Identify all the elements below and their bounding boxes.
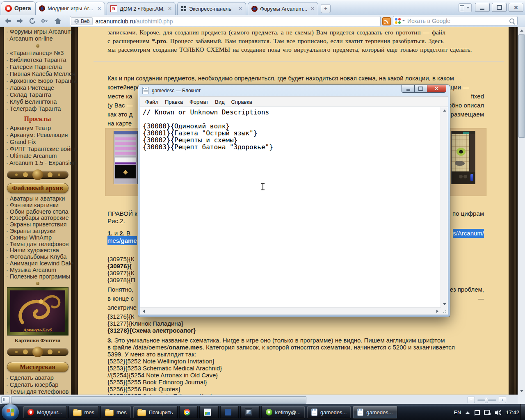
google-search-input[interactable] [406,17,509,25]
sidebar-link[interactable]: Арканум: Революция [4,132,71,139]
sidebar-link[interactable]: Архивное Бюро Таранта [4,78,71,84]
sidebar-link[interactable]: Аватары и аватарки [4,196,71,202]
address-bar[interactable]: Веб arcanumclub.ru/autohtml0.php [70,16,381,26]
sidebar-link[interactable]: Grand Fix [4,139,71,146]
reload-button[interactable] [27,16,38,25]
tab-close-icon[interactable]: ✕ [310,6,315,11]
sidebar-link[interactable]: ФРПГ Тарантские войны [4,146,71,153]
tab-close-icon[interactable]: ✕ [97,6,101,11]
rss-feed-button[interactable] [382,17,391,25]
sidebar-link[interactable]: Форумы игры Arcanum [4,28,71,35]
sidebar-link[interactable]: Полезные программы [4,274,71,280]
sidebar-link[interactable]: Обои рабочего стола [4,209,71,215]
sidebar-link[interactable]: Телеграф Таранта [4,105,71,112]
forward-button[interactable] [15,16,25,25]
minimize-button[interactable] [475,3,490,12]
close-button[interactable]: ✕ [509,3,523,12]
tab-dom2-riper[interactable]: R ДОМ 2 • Riper.AM... ✕ [107,2,176,15]
zoom-slider[interactable] [477,399,496,401]
sidebar-link[interactable]: Фотоальбомы Клуба [4,254,71,260]
start-button[interactable] [2,404,19,420]
sidebar-link[interactable]: Лавка Ристецце [4,84,71,91]
notepad-edit-area[interactable]: // Known or Unknown Descriptions{30000}{… [140,107,448,315]
tab-arcanum-forums[interactable]: Форумы Arcanum... ✕ [248,2,318,15]
new-tab-button[interactable]: + [321,4,331,13]
menu-item[interactable]: Справка [228,99,256,105]
taskbar-button[interactable]: Позырить [133,406,178,419]
search-bar[interactable] [393,16,518,25]
scroll-left-button[interactable] [140,308,147,315]
scroll-down-button[interactable] [518,388,525,395]
panels-toggle-button[interactable] [1,396,10,404]
minimize-button[interactable] [402,85,415,93]
opera-menu-button[interactable]: Opera [1,1,36,15]
horizontal-scrollbar-thumb[interactable] [11,396,306,404]
sidebar-link[interactable]: Скины WinAmp [4,235,71,241]
action-center-flag-icon[interactable] [474,410,479,415]
chevron-down-icon[interactable] [402,20,405,23]
taskbar-button[interactable]: gamedes... [307,406,351,419]
hidden-icons-chevron[interactable] [466,409,470,414]
volume-icon[interactable] [495,410,501,415]
sidebar-link[interactable]: Arcanum 1.5 - Expansion [4,160,71,167]
taskbar-button[interactable] [179,406,198,419]
sidebar-link[interactable]: «Тарантианец» №3 [4,50,71,57]
tab-close-icon[interactable]: ✕ [238,6,242,11]
sidebar-link[interactable]: Ultimate Arcanum [4,153,71,160]
sidebar-link[interactable]: Пивная Калеба Меллоя [4,71,71,78]
sidebar-link[interactable]: Музыка Arcanum [4,267,71,274]
sidebar-link[interactable]: Юзербары авторские [4,215,71,221]
close-button[interactable]: ✕ [427,85,446,93]
clock[interactable]: 17:42 [506,409,519,415]
sidebar-link[interactable]: Склад Таранта [4,91,71,98]
taskbar-button[interactable]: mes [100,406,131,419]
tab-speed-dial[interactable]: Экспресс-панель ✕ [177,2,246,15]
scroll-right-button[interactable] [434,308,441,315]
fantasy-pictures-banner[interactable]: Арканум-Клуб [7,287,68,336]
taskbar-button[interactable] [240,406,260,419]
menu-item[interactable]: Вид [212,99,228,105]
restore-button[interactable] [492,3,507,12]
home-button[interactable] [52,16,63,25]
taskbar-button[interactable] [220,406,239,419]
taskbar-button[interactable]: kefirny@... [261,406,305,419]
network-icon[interactable] [484,410,491,415]
scroll-up-button[interactable] [441,107,448,114]
sidebar-link[interactable]: Экраны загрузки [4,228,71,235]
sidebar-link[interactable]: Экраны приветствия [4,221,71,228]
security-badge[interactable]: Веб [71,17,93,25]
show-desktop-button[interactable] [520,404,525,420]
notes-link[interactable]: записками [107,29,136,36]
taskbar-button[interactable]: gamedes... [353,406,397,419]
taskbar-button[interactable] [199,406,219,419]
sidebar-link[interactable]: Сделать аватар [4,374,71,381]
sidebar-link[interactable]: Галереи Парнелла [4,64,71,71]
sidebar-link[interactable]: Анимация Icewind Dale [4,260,71,267]
zoom-in-button[interactable]: + [499,397,506,403]
sidebar-link[interactable]: Сделать юзербар [4,381,71,388]
resize-grip[interactable] [441,308,448,315]
sidebar-link[interactable]: Клуб Велингтона [4,98,71,105]
back-button[interactable] [2,16,13,25]
sidebar-link[interactable]: Arcanum on-line [4,35,71,42]
search-icon[interactable] [509,18,514,23]
taskbar-button[interactable]: mes [68,406,99,419]
menu-item[interactable]: Правка [162,99,186,105]
tab-modding-arcanum[interactable]: Моддинг игры Ar... ✕ [35,2,105,15]
sidebar-link[interactable]: Темы для телефонов [4,388,71,395]
notepad-text[interactable]: // Known or Unknown Descriptions{30000}{… [141,108,440,307]
sidebar-link[interactable]: Фэнтези картинки [4,202,71,209]
scrollbar-thumb[interactable] [518,34,525,138]
closed-tabs-button[interactable] [459,3,472,12]
game-map-screenshot-thumbnail[interactable] [451,131,475,184]
menu-item[interactable]: Формат [186,99,212,105]
language-indicator[interactable]: EN [454,409,461,415]
sidebar-link[interactable]: Темы для телефонов [4,241,71,248]
sidebar-link[interactable]: Арканум Театр [4,125,71,132]
tab-close-icon[interactable]: ✕ [168,6,172,11]
zoom-out-button[interactable]: − [468,397,475,403]
scroll-down-button[interactable] [441,301,448,308]
sidebar-link[interactable]: Библиотека Таранта [4,57,71,64]
scroll-up-button[interactable] [518,27,525,34]
notepad-horizontal-scrollbar[interactable] [140,307,441,315]
